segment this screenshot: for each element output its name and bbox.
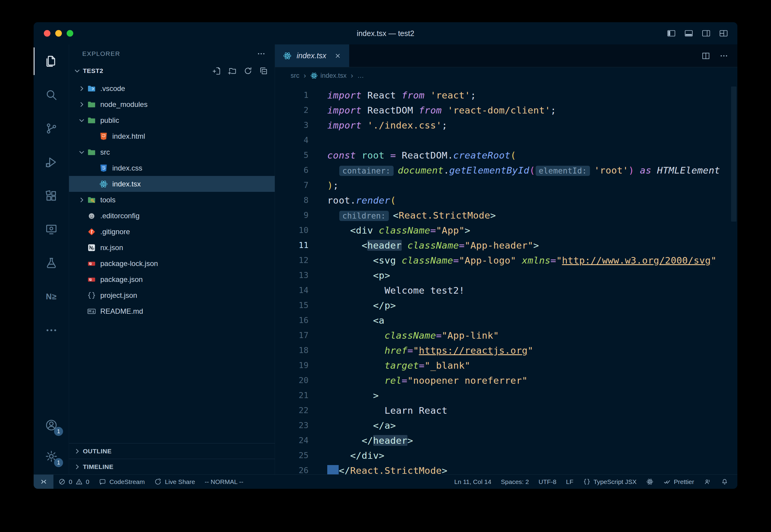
code-line-19[interactable]: 19 target="_blank" (275, 358, 737, 373)
line-number[interactable]: 10 (275, 223, 309, 238)
tree-item-index.css[interactable]: index.css (69, 160, 275, 176)
tree-item-node_modules[interactable]: node_modules (69, 96, 275, 112)
status-remote-indicator[interactable] (34, 475, 53, 489)
line-number[interactable]: 1 (275, 88, 309, 103)
tree-item-.vscode[interactable]: .vscode (69, 80, 275, 96)
line-number[interactable]: 6 (275, 163, 309, 178)
close-tab-icon[interactable] (334, 52, 341, 59)
code-line-4[interactable]: 4 (275, 133, 737, 148)
status-problems[interactable]: 00 (53, 475, 94, 489)
chevron-down-icon[interactable] (76, 148, 87, 156)
line-number[interactable]: 9 (275, 208, 309, 223)
panel-timeline[interactable]: TIMELINE (69, 459, 275, 474)
toggle-panel-icon[interactable] (684, 29, 694, 38)
line-number[interactable]: 23 (275, 418, 309, 433)
code-line-21[interactable]: 21 > (275, 388, 737, 403)
status-encoding[interactable]: UTF-8 (534, 475, 561, 489)
code-line-11[interactable]: 11 <header className="App-header"> (275, 238, 737, 253)
breadcrumb-item[interactable]: src (291, 72, 299, 80)
tree-item-tools[interactable]: tools (69, 192, 275, 208)
code-line-20[interactable]: 20 rel="noopener noreferrer" (275, 373, 737, 388)
code-line-23[interactable]: 23 </a> (275, 418, 737, 433)
sidebar-more-actions-icon[interactable] (257, 49, 266, 58)
minimize-button[interactable] (55, 30, 62, 37)
line-number[interactable]: 22 (275, 403, 309, 418)
activity-search[interactable] (34, 78, 69, 112)
tab-index-tsx[interactable]: index.tsx (275, 44, 349, 67)
activity-more-actions[interactable] (34, 313, 69, 347)
status-eol[interactable]: LF (561, 475, 578, 489)
line-number[interactable]: 17 (275, 328, 309, 343)
code-line-15[interactable]: 15 </p> (275, 298, 737, 313)
code-line-6[interactable]: 6 container:document.getElementById(elem… (275, 163, 737, 178)
status-codestream[interactable]: CodeStream (94, 475, 150, 489)
line-number[interactable]: 8 (275, 193, 309, 208)
code-line-3[interactable]: 3import './index.css'; (275, 118, 737, 133)
tree-item-.gitignore[interactable]: .gitignore (69, 224, 275, 240)
code-line-25[interactable]: 25 </div> (275, 448, 737, 463)
code-line-13[interactable]: 13 <p> (275, 268, 737, 283)
breadcrumb-item[interactable]: index.tsx (310, 72, 346, 80)
tree-item-src[interactable]: src (69, 144, 275, 160)
code-line-16[interactable]: 16 <a (275, 313, 737, 328)
chevron-right-icon[interactable] (76, 85, 87, 92)
panel-outline[interactable]: OUTLINE (69, 443, 275, 459)
line-number[interactable]: 16 (275, 313, 309, 328)
line-number[interactable]: 13 (275, 268, 309, 283)
tree-item-project.json[interactable]: project.json (69, 287, 275, 303)
code-line-1[interactable]: 1import React from 'react'; (275, 88, 737, 103)
customize-layout-icon[interactable] (719, 29, 728, 38)
new-file-icon[interactable] (212, 66, 221, 75)
line-number[interactable]: 2 (275, 103, 309, 118)
line-number[interactable]: 18 (275, 343, 309, 358)
line-number[interactable]: 3 (275, 118, 309, 133)
activity-testing[interactable] (34, 246, 69, 280)
code-editor[interactable]: 1import React from 'react';2import React… (275, 84, 737, 474)
code-line-7[interactable]: 7); (275, 178, 737, 193)
tree-item-nx.json[interactable]: nx.json (69, 240, 275, 255)
chevron-down-icon[interactable] (76, 116, 87, 124)
code-line-14[interactable]: 14 Welcome test2! (275, 283, 737, 298)
tree-item-index.tsx[interactable]: index.tsx (69, 176, 275, 192)
activity-run-and-debug[interactable] (34, 145, 69, 179)
tree-item-public[interactable]: public (69, 112, 275, 128)
close-button[interactable] (44, 30, 50, 37)
activity-remote-explorer[interactable] (34, 213, 69, 246)
status-react-extension[interactable] (641, 475, 658, 489)
line-number[interactable]: 21 (275, 388, 309, 403)
line-number[interactable]: 11 (275, 238, 309, 253)
tree-item-.editorconfig[interactable]: .editorconfig (69, 208, 275, 224)
activity-explorer[interactable] (34, 44, 69, 78)
tree-item-package-lock.json[interactable]: package-lock.json (69, 255, 275, 271)
line-number[interactable]: 25 (275, 448, 309, 463)
status-cursor-position[interactable]: Ln 11, Col 14 (449, 475, 496, 489)
code-line-26[interactable]: 26 </React.StrictMode> (275, 463, 737, 474)
status-notifications[interactable] (716, 475, 733, 489)
tree-item-README.md[interactable]: README.md (69, 303, 275, 319)
new-folder-icon[interactable] (228, 66, 237, 75)
breadcrumb-item[interactable]: … (357, 72, 364, 80)
code-line-10[interactable]: 10 <div className="App"> (275, 223, 737, 238)
collapse-folders-icon[interactable] (259, 66, 268, 75)
status-language-mode[interactable]: TypeScript JSX (578, 475, 642, 489)
toggle-secondary-sidebar-icon[interactable] (701, 29, 711, 38)
status-prettier[interactable]: Prettier (658, 475, 699, 489)
line-number[interactable]: 7 (275, 178, 309, 193)
editor-more-actions-icon[interactable] (719, 51, 728, 60)
line-number[interactable]: 4 (275, 133, 309, 148)
activity-nx-console[interactable]: N≥ (34, 280, 69, 313)
line-number[interactable]: 20 (275, 373, 309, 388)
activity-accounts[interactable]: 1 (34, 410, 69, 441)
line-number[interactable]: 24 (275, 433, 309, 448)
split-editor-icon[interactable] (701, 51, 710, 60)
project-section-header[interactable]: TEST2 (69, 63, 275, 79)
tree-item-package.json[interactable]: package.json (69, 271, 275, 287)
chevron-right-icon[interactable] (76, 196, 87, 204)
zoom-button[interactable] (67, 30, 73, 37)
refresh-explorer-icon[interactable] (243, 66, 252, 75)
status-feedback[interactable] (699, 475, 716, 489)
line-number[interactable]: 14 (275, 283, 309, 298)
line-number[interactable]: 5 (275, 148, 309, 163)
line-number[interactable]: 19 (275, 358, 309, 373)
tree-item-index.html[interactable]: index.html (69, 128, 275, 144)
